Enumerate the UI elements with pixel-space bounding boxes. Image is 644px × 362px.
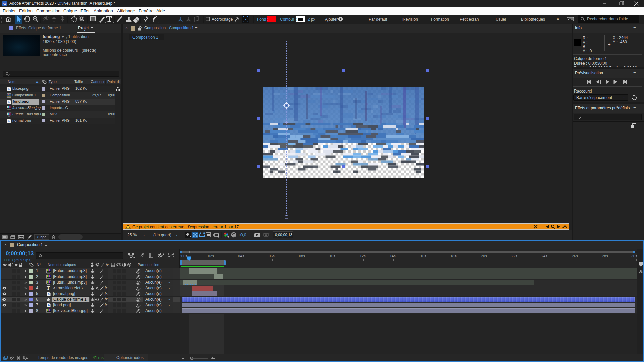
svg-text:fx: fx [106,263,109,267]
